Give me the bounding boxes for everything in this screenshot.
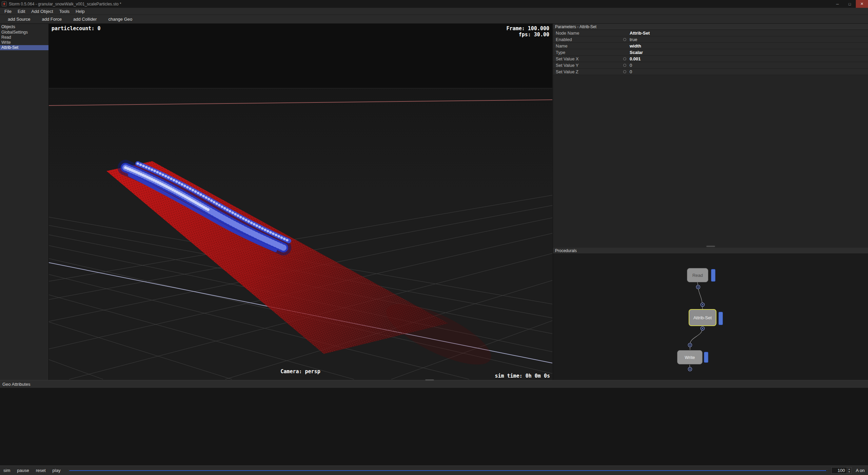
param-value[interactable]: 0 xyxy=(630,69,868,74)
param-value[interactable]: Scalar xyxy=(630,50,868,55)
frame-label: Frame: 100.000 xyxy=(507,25,549,32)
geo-attributes-header: Geo Attributes xyxy=(0,380,868,388)
param-value[interactable]: 0 xyxy=(630,63,868,68)
procedurals-header: Procedurals xyxy=(553,248,868,254)
keyframe-icon[interactable] xyxy=(623,38,626,41)
splitter-grip[interactable] xyxy=(425,379,434,381)
node-read-tab[interactable] xyxy=(711,269,715,282)
menu-file[interactable]: File xyxy=(1,8,15,15)
param-label: Name xyxy=(553,43,619,49)
node-label: Attrib-Set xyxy=(693,315,712,320)
param-icon-cell xyxy=(619,57,630,60)
fps-label: fps: 30.00 xyxy=(507,32,549,38)
pause-button[interactable]: pause xyxy=(17,468,29,473)
menu-tools[interactable]: Tools xyxy=(56,8,73,15)
close-button[interactable]: ✕ xyxy=(856,0,868,8)
right-panel: Parameters - Attrib-Set Node Name Attrib… xyxy=(553,24,868,380)
param-icon-cell xyxy=(619,38,630,41)
node-write-tab[interactable] xyxy=(704,352,708,363)
param-row-set-value-x[interactable]: Set Value X 0.001 xyxy=(553,56,868,62)
param-label: Node Name xyxy=(553,31,619,36)
splitter-grip[interactable] xyxy=(706,246,715,247)
menu-help[interactable]: Help xyxy=(73,8,88,15)
param-value[interactable]: true xyxy=(630,37,868,42)
param-label: Set Value Z xyxy=(553,69,619,74)
node-read[interactable]: Read xyxy=(687,268,708,282)
param-icon-cell xyxy=(619,64,630,67)
sim-time-label: sim time: 0h 0m 0s xyxy=(495,373,550,379)
toolbar: add Source add Force add Collider change… xyxy=(0,15,868,24)
node-label: Write xyxy=(685,355,695,360)
menubar: File Edit Add Object Tools Help xyxy=(0,8,868,15)
window-title: Storm 0.5.064 - granular_snowWalk_v001_s… xyxy=(9,2,121,6)
param-row-type[interactable]: Type Scalar xyxy=(553,49,868,56)
particle-count-label: particlecount: 0 xyxy=(52,25,101,32)
camera-label: Camera: persp xyxy=(280,368,320,375)
keyframe-icon[interactable] xyxy=(623,64,626,67)
parameters-table: Node Name Attrib-Set Enabled true Name w… xyxy=(553,30,868,75)
spinner-down-icon[interactable]: ▼ xyxy=(847,471,851,473)
menu-edit[interactable]: Edit xyxy=(15,8,28,15)
objects-panel: Objects GlobalSettings Read Write Attrib… xyxy=(0,24,49,380)
app-icon xyxy=(2,1,7,6)
param-label: Type xyxy=(553,50,619,55)
param-row-set-value-z[interactable]: Set Value Z 0 xyxy=(553,69,868,75)
play-button[interactable]: play xyxy=(53,468,61,473)
param-icon-cell xyxy=(619,70,630,73)
frame-spinner[interactable]: ▲ ▼ xyxy=(847,467,852,474)
autokey-toggle[interactable]: A on xyxy=(856,468,865,473)
change-geo-button[interactable]: change Geo xyxy=(108,17,132,22)
node-attrib-set[interactable]: Attrib-Set xyxy=(689,309,716,326)
node-graph[interactable]: Read Attrib-Set Write xyxy=(553,254,868,380)
keyframe-icon[interactable] xyxy=(623,57,626,60)
add-source-button[interactable]: add Source xyxy=(8,17,31,22)
add-force-button[interactable]: add Force xyxy=(42,17,62,22)
node-write[interactable]: Write xyxy=(677,350,703,364)
param-row-enabled[interactable]: Enabled true xyxy=(553,36,868,43)
keyframe-icon[interactable] xyxy=(623,70,626,73)
maximize-button[interactable]: □ xyxy=(844,0,856,8)
parameters-header: Parameters - Attrib-Set xyxy=(553,24,868,30)
viewport-canvas[interactable] xyxy=(49,24,552,380)
titlebar: Storm 0.5.064 - granular_snowWalk_v001_s… xyxy=(0,0,868,8)
object-item-write[interactable]: Write xyxy=(0,40,48,45)
window-controls: ─ □ ✕ xyxy=(831,0,868,8)
add-collider-button[interactable]: add Collider xyxy=(73,17,97,22)
param-row-node-name[interactable]: Node Name Attrib-Set xyxy=(553,30,868,36)
menu-add-object[interactable]: Add Object xyxy=(28,8,56,15)
object-item-attrib-set[interactable]: Attrib-Set xyxy=(0,45,48,50)
param-value[interactable]: Attrib-Set xyxy=(630,31,868,36)
frame-info: Frame: 100.000 fps: 30.00 xyxy=(507,25,549,38)
node-label: Read xyxy=(692,273,703,278)
geo-attributes-panel: Geo Attributes xyxy=(0,380,868,466)
param-value[interactable]: 0.001 xyxy=(630,56,868,61)
param-row-set-value-y[interactable]: Set Value Y 0 xyxy=(553,62,868,69)
app-window: Storm 0.5.064 - granular_snowWalk_v001_s… xyxy=(0,0,868,475)
transport-bar: sim pause reset play 100 ▲ ▼ A on xyxy=(0,466,868,475)
param-label: Set Value Y xyxy=(553,63,619,68)
timeline-fill xyxy=(69,470,826,471)
object-item-globalsettings[interactable]: GlobalSettings xyxy=(0,30,48,35)
viewport[interactable]: particlecount: 0 Frame: 100.000 fps: 30.… xyxy=(49,24,552,380)
objects-panel-title: Objects xyxy=(0,24,48,30)
object-item-read[interactable]: Read xyxy=(0,35,48,40)
param-label: Set Value X xyxy=(553,56,619,61)
sim-button[interactable]: sim xyxy=(3,468,10,473)
frame-number-input[interactable]: 100 xyxy=(831,467,847,474)
spinner-up-icon[interactable]: ▲ xyxy=(847,468,851,471)
param-label: Enabled xyxy=(553,37,619,42)
reset-button[interactable]: reset xyxy=(36,468,46,473)
timeline-slider[interactable] xyxy=(68,470,827,472)
minimize-button[interactable]: ─ xyxy=(831,0,844,8)
param-value[interactable]: width xyxy=(630,43,868,49)
param-row-name[interactable]: Name width xyxy=(553,43,868,49)
node-attrib-set-tab[interactable] xyxy=(718,312,723,325)
